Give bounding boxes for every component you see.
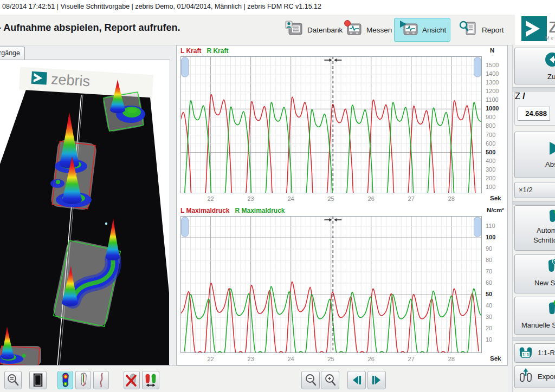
y-tick-label: 100: [486, 184, 495, 190]
pan-handle-right: [474, 217, 481, 237]
legend-r-kraft: R Kraft: [206, 47, 228, 55]
abspielen-button[interactable]: Absp: [514, 132, 555, 178]
step-forward-icon: [371, 375, 383, 386]
chart-zoom-in-button[interactable]: [321, 371, 339, 389]
y-tick-label: 80: [486, 257, 492, 263]
export-button[interactable]: Export: [514, 365, 555, 388]
chart-plot-svg: [180, 56, 482, 193]
foot-outline-icon: [79, 373, 88, 388]
svg-text:zebris: zebris: [50, 71, 91, 89]
magnifier-equals-icon: [7, 373, 20, 387]
pan-handle-right: [474, 57, 481, 77]
pressure-view-button[interactable]: [57, 371, 73, 389]
x-tick-label: 28: [448, 356, 455, 362]
swap-feet-button[interactable]: [142, 371, 159, 389]
back-arrow-icon: [544, 51, 555, 68]
footprint-lines-view-button[interactable]: [75, 371, 91, 389]
x-tick-label: 25: [327, 195, 334, 202]
x-tick-label: 22: [207, 195, 214, 202]
ansicht-label: Ansicht: [422, 26, 446, 34]
bottom-toolbar: [0, 365, 508, 392]
y-tick-label: 700: [486, 132, 495, 138]
y-tick-label: 70: [486, 268, 492, 275]
y-tick-label: 20: [486, 325, 492, 331]
export-label: Export: [538, 373, 555, 381]
delete-step-button[interactable]: [124, 371, 140, 389]
maximaldruck-chart[interactable]: [180, 216, 482, 353]
speed-select[interactable]: ×1/2: [514, 182, 555, 198]
x-tick-label: 26: [368, 356, 375, 362]
maximaldruck-y-axis: 102030405060708090100110: [483, 216, 506, 361]
gaitline-view-button[interactable]: [93, 371, 109, 389]
zurueck-label: Zu: [547, 73, 555, 81]
y-tick-label: 500: [486, 149, 495, 155]
pressure-3d-panel[interactable]: zebris: [0, 60, 170, 365]
swap-feet-icon: [144, 373, 158, 387]
y-tick-label: 10: [486, 336, 492, 343]
page-heading: - Aufnahme abspielen, Report aufrufen.: [0, 22, 180, 34]
y-tick-label: 1500: [486, 62, 499, 68]
zurueck-button[interactable]: Zu: [514, 48, 555, 84]
svg-text:1:1: 1:1: [522, 352, 530, 357]
y-tick-label: 1100: [486, 96, 499, 103]
zoom-in-icon: [324, 373, 337, 387]
datenbank-button[interactable]: Datenbank: [280, 18, 347, 42]
x-tick-label: 27: [408, 356, 415, 362]
new-step-label: New Step: [534, 279, 555, 287]
tab-abrollvorgaenge[interactable]: orgänge: [0, 47, 25, 60]
chart1-legend: L KraftR Kraft: [180, 47, 228, 55]
y-tick-label: 900: [486, 114, 495, 120]
one-to-one-label: 1:1-Re: [538, 349, 555, 357]
step-back-button[interactable]: [347, 371, 366, 389]
messen-label: Messen: [366, 26, 392, 34]
one-to-one-report-button[interactable]: 1:1 1:1-Re: [514, 343, 555, 363]
y-tick-label: 1400: [486, 70, 499, 77]
speed-label: ×1/2: [519, 186, 533, 194]
x-tick-label: 24: [287, 356, 294, 362]
y-tick-label: 110: [486, 223, 495, 229]
manuelle-schritt-button[interactable]: Manuelle Sc: [514, 297, 555, 335]
report-icon: [459, 20, 478, 40]
chart-zoom-out-button[interactable]: [301, 371, 320, 389]
report-button[interactable]: Report: [454, 18, 508, 42]
auto-label-line1: Autom: [537, 226, 555, 234]
new-step-button[interactable]: New Step: [514, 254, 555, 293]
zebris-logo-text: ze: [548, 15, 555, 37]
y-tick-label: 60: [486, 279, 492, 286]
pressure-foot-icon: [60, 373, 71, 388]
time-value-field[interactable]: 24.688: [518, 107, 550, 121]
export-feet-icon: [517, 368, 534, 386]
title-bar-text: 08/2014 17:42:51 | Visuelle Schrittvorga…: [2, 3, 321, 10]
y-tick-label: 400: [486, 158, 495, 164]
y-tick-label: 40: [486, 302, 492, 309]
y-tick-label: 300: [486, 166, 495, 173]
x-tick-label: 23: [247, 195, 254, 202]
new-step-foot-icon: [545, 258, 555, 273]
auto-schrittordnung-button[interactable]: Autom Schritto: [514, 205, 555, 251]
kraft-unit-label: N: [490, 47, 494, 54]
ansicht-button[interactable]: Ansicht: [394, 18, 450, 42]
y-tick-label: 1200: [486, 88, 499, 94]
step-forward-button[interactable]: [367, 371, 386, 389]
one-to-one-feet-icon: 1:1: [517, 346, 535, 361]
chart2-legend: L MaximaldruckR Maximaldruck: [180, 207, 285, 214]
messen-button[interactable]: Messen: [339, 18, 396, 42]
tab-label: orgänge: [0, 49, 20, 57]
maximaldruck-sek-label: Sek: [490, 355, 501, 362]
zoom-options-button[interactable]: [4, 371, 22, 389]
step-back-icon: [351, 375, 363, 386]
time-group: Z 24.688 /: [514, 91, 555, 126]
right-sidebar: Zu Z 24.688 / Absp ×1/2 Autom Schritto: [512, 45, 555, 392]
y-tick-label: 600: [486, 140, 495, 147]
pressure-3d-scene: zebris: [0, 60, 169, 365]
auto-label-line2: Schritto: [533, 236, 555, 244]
platform-view-button[interactable]: [29, 371, 47, 389]
delete-step-icon: [125, 373, 138, 387]
legend-l-maximaldruck: L Maximaldruck: [180, 207, 229, 214]
gaitline-icon: [96, 373, 106, 388]
manuelle-label: Manuelle Sc: [521, 321, 555, 329]
kraft-chart[interactable]: [180, 56, 482, 193]
abspielen-label: Absp: [545, 160, 555, 168]
y-tick-label: 100: [486, 234, 495, 240]
kraft-y-axis: 1002003004005006007008009001000110012001…: [483, 56, 506, 201]
